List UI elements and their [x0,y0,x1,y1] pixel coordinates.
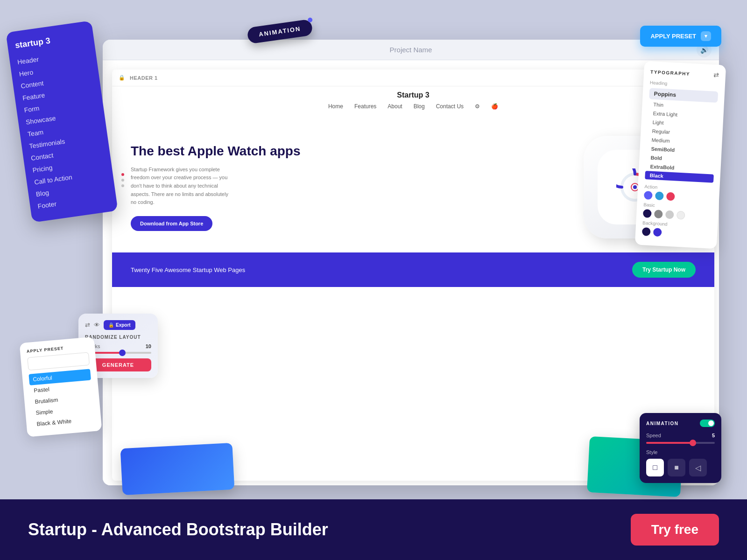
style-options: □ ■ ◁ [646,459,715,476]
apply-preset-top[interactable]: APPLY PRESET ▾ [640,26,721,47]
preset-title: APPLY PRESET [27,344,88,354]
bottom-bar-title: Startup - Advanced Bootstrap Builder [28,520,328,539]
style-opt-2[interactable]: ■ [668,459,685,476]
blocks-value: 10 [146,343,151,349]
color-bg-indigo[interactable] [653,228,662,237]
rand-title: RANDOMIZE LAYOUT [85,335,151,340]
hero-description: Startup Framework gives you complete fre… [131,166,233,207]
color-dark[interactable] [643,209,652,218]
site-cta-bar: Twenty Five Awesome Startup Web Pages Tr… [112,252,714,287]
cta-bar-text: Twenty Five Awesome Startup Web Pages [131,266,245,273]
dot-1 [121,179,124,182]
site-preview: 🔒 HEADER 1 ✕ ↑↓ Startup 3 Home Features [112,70,714,481]
apply-preset-chevron: ▾ [701,31,711,41]
animation-panel: ANIMATION Speed 5 Style □ ■ ◁ [640,413,721,483]
left-sidebar: startup 3 Header Hero Content Feature Fo… [6,21,118,223]
nav-about[interactable]: About [388,103,402,110]
hero-heading: The best Apple Watch apps [131,143,574,159]
site-hero-text: The best Apple Watch apps Startup Framew… [131,143,574,231]
rand-shuffle-icon[interactable]: ⇄ [85,322,90,329]
color-bg-dark[interactable] [642,227,651,236]
site-header-bar: 🔒 HEADER 1 ✕ ↑↓ [112,70,714,86]
browser-title: Project Name [390,46,432,54]
animation-pill-dot [307,17,312,22]
blue-card [120,443,235,495]
color-purple[interactable] [644,191,653,200]
basic-colors: Basic [643,202,712,221]
style-opt-1[interactable]: □ [646,459,664,476]
lock-icon: 🔒 [119,75,125,81]
nav-icon2[interactable]: 🍎 [491,103,498,110]
background-colors: Background [642,220,712,239]
bg-color-row [642,227,711,239]
typo-header: TYPOGRAPHY ⇄ [650,68,719,79]
font-weights: Thin Extra Light Light Regular Medium Se… [645,100,718,182]
anim-header: ANIMATION [646,420,715,427]
speed-value: 5 [712,433,715,438]
header-label: HEADER 1 [130,75,158,81]
style-label: Style [646,449,715,455]
anim-toggle[interactable] [700,420,715,427]
speed-row: Speed 5 [646,433,715,438]
color-gray[interactable] [654,210,663,218]
browser-mockup: Project Name 🔊 🔒 HEADER 1 ✕ ↑↓ [103,40,719,485]
site-nav-links: Home Features About Blog Contact Us ⚙ 🍎 [328,103,498,110]
bottom-bar: Startup - Advanced Bootstrap Builder Try… [0,499,747,560]
site-nav: Startup 3 Home Features About Blog Conta… [112,86,714,112]
style-filled-icon: ■ [674,463,679,472]
rand-slider-row: Blocks 10 [85,343,151,349]
speed-slider[interactable] [646,442,715,444]
typo-heading-label: Heading [650,80,719,89]
svg-point-3 [633,185,637,189]
site-brand: Startup 3 [397,91,429,99]
style-square-icon: □ [653,463,657,472]
site-hero: The best Apple Watch apps Startup Framew… [112,112,714,248]
color-lightgray[interactable] [665,210,674,219]
nav-blog[interactable]: Blog [414,103,425,110]
cta-bar-button[interactable]: Try Startup Now [632,262,696,278]
anim-title: ANIMATION [646,421,678,426]
browser-content: 🔒 HEADER 1 ✕ ↑↓ Startup 3 Home Features [103,60,719,485]
preset-search-input[interactable] [27,352,90,371]
speed-label: Speed [646,433,661,438]
typo-title: TYPOGRAPHY [650,69,690,76]
rand-eye-icon[interactable]: 👁 [94,322,100,329]
rand-top-row: ⇄ 👁 🔒 Export [85,320,151,330]
dot-2 [121,184,124,187]
shuffle-icon[interactable]: ⇄ [713,71,719,79]
nav-contact[interactable]: Contact Us [436,103,464,110]
site-dots [121,173,124,187]
anim-toggle-thumb [708,420,714,426]
color-white[interactable] [677,211,685,220]
nav-home[interactable]: Home [328,103,343,110]
basic-color-row [643,209,712,221]
action-color-row [644,191,713,203]
preview-area: 🔒 HEADER 1 ✕ ↑↓ Startup 3 Home Features [103,60,719,485]
rand-export-btn[interactable]: 🔒 Export [104,320,135,330]
speed-slider-thumb [690,440,696,446]
apply-preset-bottom: APPLY PRESET Colorful Pastel Brutalism S… [20,336,102,437]
nav-features[interactable]: Features [354,103,376,110]
dot-active [121,173,124,176]
nav-icon1[interactable]: ⚙ [475,103,480,110]
style-opt-3[interactable]: ◁ [689,459,707,476]
browser-topbar: Project Name 🔊 [103,40,719,60]
style-play-icon: ◁ [695,463,701,472]
hero-cta-button[interactable]: Download from App Store [131,216,212,231]
action-colors: Action [644,184,713,203]
color-red[interactable] [666,192,675,201]
typography-panel: TYPOGRAPHY ⇄ Heading Poppins Thin Extra … [635,61,726,249]
typo-colors: Action Basic Background [642,184,713,239]
slider-thumb [119,350,126,356]
try-free-button[interactable]: Try free [631,514,719,546]
color-blue[interactable] [655,191,664,200]
lock-icon: 🔒 [108,322,114,328]
